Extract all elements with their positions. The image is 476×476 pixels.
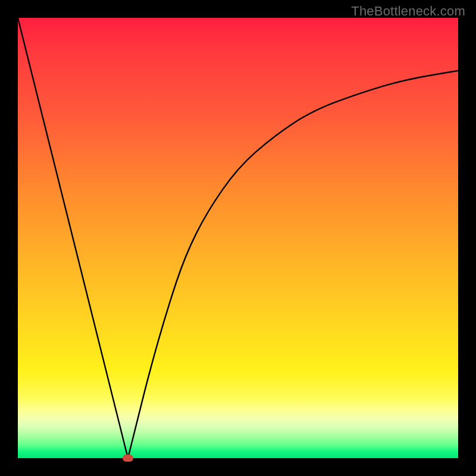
left-branch [18, 18, 128, 458]
right-branch [128, 71, 458, 458]
optimum-marker [123, 455, 133, 462]
chart-frame: TheBottleneck.com [0, 0, 476, 476]
bottleneck-curve [18, 18, 458, 458]
watermark-text: TheBottleneck.com [351, 4, 465, 19]
plot-area [18, 18, 458, 458]
